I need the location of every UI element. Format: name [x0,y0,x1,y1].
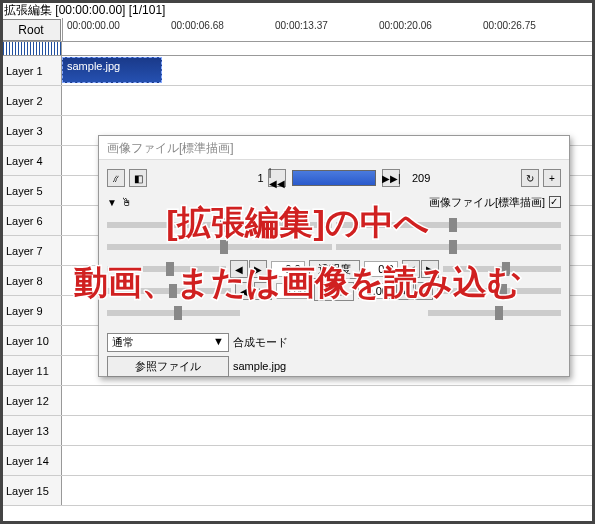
param-value-left[interactable]: 0.0 [271,261,305,277]
layer-label[interactable]: Layer 11 [0,356,62,385]
param-value-left[interactable]: 0.00 [276,283,310,299]
slider-y[interactable] [336,222,561,228]
layer-track[interactable] [62,86,595,115]
inc-left-icon[interactable]: ▶ [249,260,267,278]
layer-row: Layer 12 [0,386,595,416]
layer-label[interactable]: Layer 7 [0,236,62,265]
layer-row: Layer 15 [0,476,595,506]
root-button[interactable]: Root [1,19,61,41]
param-slider-right[interactable] [437,288,561,294]
ruler-tick: 00:00:13.37 [275,20,328,31]
enable-checkbox[interactable] [549,196,561,208]
layer-label[interactable]: Layer 5 [0,176,62,205]
layer-track[interactable] [62,446,595,475]
layer-label[interactable]: Layer 14 [0,446,62,475]
dec-left-icon[interactable]: ◀ [230,260,248,278]
slider-extra-r[interactable] [428,310,561,316]
param-label-button[interactable]: 回転 [314,282,354,301]
dec-right-icon[interactable]: ◀ [402,260,420,278]
frame-end: 209 [404,172,430,184]
timeline-ruler[interactable]: 00:00:00.0000:00:06.6800:00:13.3700:00:2… [62,18,595,41]
inc-left-icon[interactable]: ▶ [254,282,272,300]
param-slider-right[interactable] [443,266,562,272]
layer-label[interactable]: Layer 1 [0,56,62,85]
ref-file-button[interactable]: 参照ファイル [107,356,229,377]
layer-label[interactable]: Layer 8 [0,266,62,295]
slider-z[interactable] [107,244,332,250]
inc-right-icon[interactable]: ▶ [415,282,433,300]
layer-row: Layer 2 [0,86,595,116]
slider-scale[interactable] [336,244,561,250]
layer-label[interactable]: Layer 9 [0,296,62,325]
object-properties-dialog[interactable]: 画像ファイル[標準描画] ⫽ ◧ 1 |◀◀ ▶▶| 209 ↻ + ▼ 🖱 画… [98,135,570,377]
frame-progress[interactable] [292,170,377,186]
layer-row: Layer 13 [0,416,595,446]
mouse-icon: 🖱 [121,196,132,208]
blend-mode-label: 合成モード [233,335,288,350]
slider-x[interactable] [107,222,332,228]
param-value-right[interactable]: 0.00 [358,283,392,299]
param-value-right[interactable]: 0.0 [364,261,398,277]
timeline-clip[interactable]: sample.jpg [62,57,162,83]
loop-icon[interactable]: ↻ [521,169,539,187]
root-row: Root 00:00:00.0000:00:06.6800:00:13.3700… [0,18,595,42]
window-title: 拡張編集 [00:00:00.00] [1/101] [0,0,595,18]
header-right-label: 画像ファイル[標準描画] [429,195,545,210]
tool-icon-1[interactable]: ⫽ [107,169,125,187]
seek-first-icon[interactable]: |◀◀ [268,169,286,187]
inc-right-icon[interactable]: ▶ [421,260,439,278]
ruler-tick: 00:00:20.06 [379,20,432,31]
layer-row: Layer 1sample.jpg [0,56,595,86]
dec-left-icon[interactable]: ◀ [235,282,253,300]
waveform-row [0,42,595,56]
layer-track[interactable] [62,416,595,445]
slider-extra-l[interactable] [107,310,240,316]
ruler-tick: 00:00:06.68 [171,20,224,31]
plus-icon[interactable]: + [543,169,561,187]
param-label-button[interactable]: 透明度 [309,260,360,279]
layer-label[interactable]: Layer 13 [0,416,62,445]
frame-start: 1 [238,172,264,184]
layer-track[interactable] [62,386,595,415]
blend-mode-select[interactable]: 通常▼ [107,333,229,352]
layer-row: Layer 14 [0,446,595,476]
layer-label[interactable]: Layer 12 [0,386,62,415]
layer-label[interactable]: Layer 10 [0,326,62,355]
layer-label[interactable]: Layer 15 [0,476,62,505]
waveform-preview [0,42,62,55]
waveform-track [62,42,595,55]
dec-right-icon[interactable]: ◀ [396,282,414,300]
ruler-tick: 00:00:26.75 [483,20,536,31]
ruler-tick: 00:00:00.00 [67,20,120,31]
layer-label[interactable]: Layer 3 [0,116,62,145]
seek-last-icon[interactable]: ▶▶| [382,169,400,187]
ref-file-value: sample.jpg [233,360,286,372]
expand-toggle-icon[interactable]: ▼ [107,197,117,208]
layer-label[interactable]: Layer 6 [0,206,62,235]
layer-label[interactable]: Layer 4 [0,146,62,175]
layer-track[interactable] [62,476,595,505]
param-slider-left[interactable] [107,266,226,272]
tool-icon-2[interactable]: ◧ [129,169,147,187]
param-slider-left[interactable] [107,288,231,294]
dialog-title: 画像ファイル[標準描画] [99,136,569,160]
layer-track[interactable]: sample.jpg [62,56,595,85]
layer-label[interactable]: Layer 2 [0,86,62,115]
